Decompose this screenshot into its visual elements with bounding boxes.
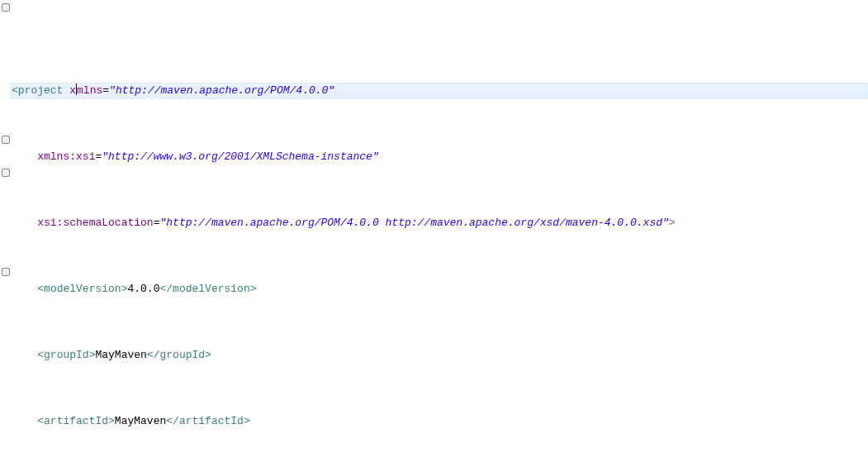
attr-schemaloc: xsi:schemaLocation xyxy=(37,217,153,229)
artifact-id-value: MayMaven xyxy=(115,415,166,427)
attr-xmlns-pre: x xyxy=(69,84,76,97)
fold-marker[interactable] xyxy=(2,169,10,177)
attr-xmlns-post: mlns xyxy=(77,84,102,97)
code-line[interactable]: xsi:schemaLocation="http://maven.apache.… xyxy=(0,215,868,231)
model-version-value: 4.0.0 xyxy=(127,283,159,295)
code-line[interactable]: <project xmlns="http://maven.apache.org/… xyxy=(0,83,868,99)
fold-marker[interactable] xyxy=(2,136,10,144)
code-line[interactable]: <artifactId>MayMaven</artifactId> xyxy=(0,413,868,430)
code-line[interactable]: <groupId>MayMaven</groupId> xyxy=(0,347,868,364)
attr-xmlns-xsi-val: http://www.w3.org/2001/XMLSchema-instanc… xyxy=(108,150,372,163)
fold-marker[interactable] xyxy=(2,3,10,12)
attr-xmlns-xsi: xmlns:xsi xyxy=(37,150,95,163)
group-id-value: MayMaven xyxy=(95,349,146,361)
fold-marker[interactable] xyxy=(2,268,10,276)
xml-code-editor[interactable]: <project xmlns="http://maven.apache.org/… xyxy=(0,0,868,462)
attr-schemaloc-val: http://maven.apache.org/POM/4.0.0 http:/… xyxy=(166,217,662,229)
tag-project-open: project xyxy=(18,84,64,97)
code-line[interactable]: xmlns:xsi="http://www.w3.org/2001/XMLSch… xyxy=(0,149,868,165)
editor-gutter xyxy=(0,0,10,462)
attr-xmlns-val: http://maven.apache.org/POM/4.0.0 xyxy=(116,84,328,97)
code-line[interactable]: <modelVersion>4.0.0</modelVersion> xyxy=(0,281,868,298)
